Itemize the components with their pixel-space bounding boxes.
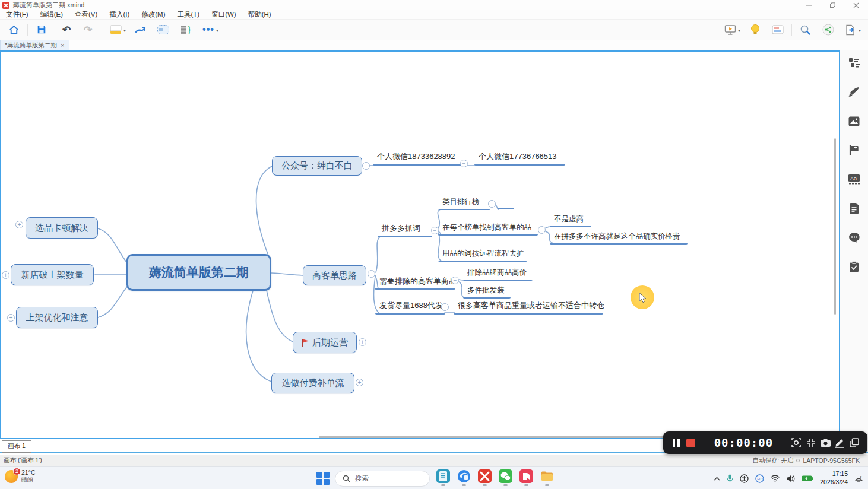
marker-flag-icon[interactable] <box>848 144 861 157</box>
shrink-toolbar-icon[interactable] <box>803 434 818 451</box>
zoom-search-icon[interactable] <box>797 21 815 38</box>
relationship-icon[interactable] <box>132 21 150 38</box>
start-button[interactable] <box>316 472 330 485</box>
home-icon[interactable] <box>5 21 23 38</box>
taskbar-app-video[interactable] <box>518 469 534 487</box>
expand-toggle[interactable]: + <box>359 338 366 346</box>
more-tools-caret-icon[interactable]: ▾ <box>216 28 218 33</box>
tab-current-document[interactable]: *薅流简单版第二期 × <box>0 40 69 50</box>
collapse-toggle[interactable]: − <box>451 277 459 284</box>
share-icon[interactable] <box>819 21 837 38</box>
weather-widget[interactable]: 2 21°C 晴朗 <box>5 469 35 484</box>
stop-recording-button[interactable] <box>683 434 698 451</box>
tray-wifi-icon[interactable] <box>771 475 780 482</box>
collapse-toggle[interactable]: − <box>460 160 468 167</box>
draw-pen-icon[interactable] <box>832 434 847 451</box>
tray-app-icon[interactable]: FLY <box>755 474 764 483</box>
boundary-icon[interactable] <box>154 21 172 38</box>
tray-clock[interactable]: 17:15 2026/3/24 <box>820 470 848 486</box>
undo-icon[interactable]: ↶ <box>58 21 75 38</box>
menu-help[interactable]: 帮助(H) <box>242 10 277 19</box>
topic-not-inflated[interactable]: 不是虚高 <box>550 214 591 227</box>
summary-icon[interactable]: } <box>177 21 195 38</box>
expand-toggle[interactable]: + <box>2 271 9 279</box>
style-caret-icon[interactable]: ▾ <box>123 28 126 33</box>
export-icon[interactable] <box>842 21 860 38</box>
more-tools-icon[interactable]: ••• <box>199 21 217 38</box>
mindmap-canvas[interactable]: 薅流简单版第二期 公众号：绅白不白 − 个人微信18733628892 − 个人… <box>0 50 840 439</box>
topic-paid-flow[interactable]: 选做付费补单流 <box>271 373 354 393</box>
pause-recording-button[interactable] <box>669 434 683 451</box>
format-panel-icon[interactable] <box>769 21 787 38</box>
collapse-toggle[interactable]: − <box>362 162 370 170</box>
menu-view[interactable]: 查看(V) <box>69 10 103 19</box>
expand-toggle[interactable]: + <box>356 379 363 386</box>
topic-left-1[interactable]: 选品卡顿解决 <box>26 217 98 239</box>
topic-exclude-brand[interactable]: 排除品牌商品高价 <box>463 268 533 281</box>
screenshot-camera-icon[interactable] <box>818 434 832 451</box>
topic-category-rank[interactable]: 类目排行榜 <box>438 197 490 210</box>
topic-expand-words[interactable]: 用品的词按远程流程去扩 <box>438 249 527 262</box>
maximize-button[interactable] <box>821 0 844 10</box>
topic-wechat1[interactable]: 个人微信18733628892 <box>373 151 466 166</box>
collapse-toggle[interactable]: − <box>431 227 439 234</box>
image-icon[interactable] <box>848 115 861 128</box>
menu-file[interactable]: 文件(F) <box>0 10 34 19</box>
menu-insert[interactable]: 插入(I) <box>103 10 135 19</box>
topic-left-2[interactable]: 新店破上架数量 <box>11 264 94 285</box>
lightbulb-icon[interactable] <box>746 21 764 38</box>
taskbar-app-browser[interactable] <box>456 469 471 487</box>
menu-modify[interactable]: 修改(M) <box>135 10 171 19</box>
presentation-icon[interactable] <box>721 21 739 38</box>
collapse-toggle[interactable]: − <box>488 200 496 208</box>
topic-wechat2[interactable]: 个人微信17736766513 <box>474 151 565 166</box>
taskbar-app-wechat[interactable] <box>498 469 513 487</box>
central-topic[interactable]: 薅流简单版第二期 <box>126 254 271 291</box>
topic-public-account[interactable]: 公众号：绅白不白 <box>272 156 362 176</box>
export-caret-icon[interactable]: ▾ <box>859 28 861 33</box>
redo-icon[interactable]: ↷ <box>79 21 97 38</box>
taskbar-app-xmind[interactable] <box>477 469 492 487</box>
tray-battery-icon[interactable] <box>802 475 813 482</box>
menu-edit[interactable]: 编辑(E) <box>34 10 69 19</box>
topic-high-order[interactable]: 高客单思路 <box>303 265 366 285</box>
sheet-tab-canvas1[interactable]: 画布 1 <box>2 440 31 453</box>
collapse-toggle[interactable]: − <box>441 303 449 311</box>
format-painter-icon[interactable] <box>848 85 861 99</box>
focus-assist-icon[interactable]: z <box>854 474 863 483</box>
tray-ime-icon[interactable] <box>740 474 749 483</box>
topic-left-3[interactable]: 上架优化和注意 <box>16 307 98 328</box>
style-icon[interactable] <box>107 21 125 38</box>
topic-real-expensive[interactable]: 在拼多多不许高就是这个品确实价格贵 <box>550 231 688 244</box>
topic-ship-1688[interactable]: 发货尽量1688代发 <box>375 300 445 315</box>
topic-transit[interactable]: 很多高客单商品重量或者运输不适合中转仓 <box>454 300 603 315</box>
tab-close-icon[interactable]: × <box>61 42 64 49</box>
menu-window[interactable]: 窗口(W) <box>205 10 242 19</box>
menu-tools[interactable]: 工具(T) <box>171 10 205 19</box>
collapse-toggle[interactable]: − <box>368 270 375 278</box>
topic-pdd-words[interactable]: 拼多多抓词 <box>378 223 432 237</box>
presentation-caret-icon[interactable]: ▾ <box>738 28 740 33</box>
label-icon[interactable]: Aa <box>848 173 861 186</box>
comment-icon[interactable] <box>848 231 861 244</box>
focus-region-icon[interactable] <box>789 434 803 451</box>
collapse-toggle[interactable]: − <box>538 226 546 234</box>
taskbar-search[interactable]: 搜索 <box>335 471 430 487</box>
taskbar-app-file-explorer[interactable] <box>539 469 555 487</box>
vertical-scrollbar[interactable] <box>834 138 836 315</box>
expand-toggle[interactable]: + <box>7 314 15 322</box>
topic-exclude[interactable]: 需要排除的高客单商品 <box>375 276 455 290</box>
topic-bulk-pack[interactable]: 多件批发装 <box>463 285 511 299</box>
windows-select-icon[interactable] <box>847 434 861 451</box>
topic-find-high[interactable]: 在每个榜单找到高客单的品 <box>438 223 538 236</box>
tray-microphone-icon[interactable] <box>727 474 733 483</box>
expand-toggle[interactable]: + <box>15 221 23 228</box>
tray-volume-icon[interactable] <box>786 475 795 482</box>
task-checklist-icon[interactable] <box>848 260 861 273</box>
tray-chevron-up-icon[interactable] <box>714 477 720 481</box>
save-icon[interactable] <box>33 21 50 38</box>
outline-icon[interactable] <box>848 56 861 69</box>
taskbar-app-notes[interactable] <box>435 469 451 487</box>
notes-icon[interactable] <box>848 202 861 215</box>
close-button[interactable] <box>844 0 868 10</box>
